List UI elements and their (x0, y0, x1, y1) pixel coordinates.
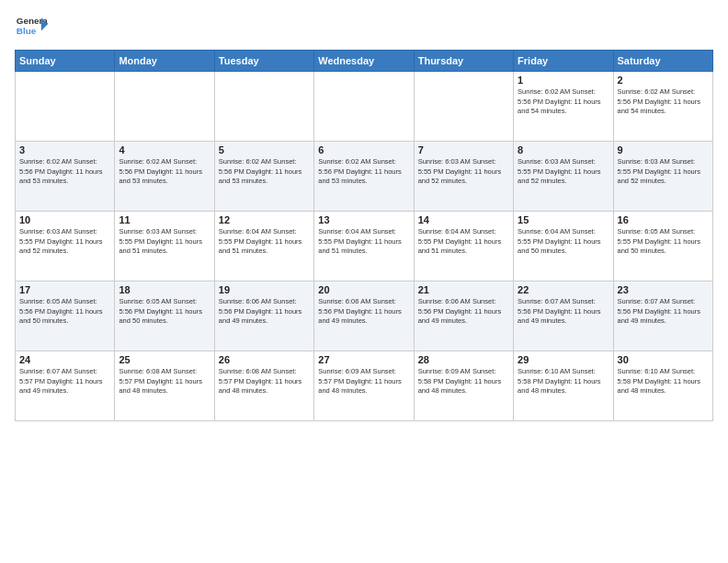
calendar-cell: 30Sunrise: 6:10 AM Sunset: 5:58 PM Dayli… (613, 351, 712, 421)
calendar-cell: 8Sunrise: 6:03 AM Sunset: 5:55 PM Daylig… (514, 142, 613, 212)
day-number: 9 (618, 144, 709, 155)
day-number: 4 (119, 144, 210, 155)
svg-text:Blue: Blue (17, 26, 37, 36)
calendar-cell: 15Sunrise: 6:04 AM Sunset: 5:55 PM Dayli… (514, 212, 613, 282)
calendar-cell: 21Sunrise: 6:06 AM Sunset: 5:56 PM Dayli… (414, 282, 513, 351)
day-info: Sunrise: 6:04 AM Sunset: 5:55 PM Dayligh… (418, 227, 509, 257)
day-number: 1 (518, 75, 609, 86)
calendar-cell: 27Sunrise: 6:09 AM Sunset: 5:57 PM Dayli… (314, 351, 414, 421)
day-info: Sunrise: 6:09 AM Sunset: 5:57 PM Dayligh… (318, 367, 409, 396)
calendar-cell: 25Sunrise: 6:08 AM Sunset: 5:57 PM Dayli… (115, 351, 214, 421)
day-number: 8 (518, 144, 609, 155)
day-number: 17 (19, 284, 110, 295)
day-number: 20 (318, 284, 409, 295)
week-row-1: 1Sunrise: 6:02 AM Sunset: 5:56 PM Daylig… (16, 72, 713, 142)
day-number: 16 (618, 214, 709, 225)
day-info: Sunrise: 6:07 AM Sunset: 5:56 PM Dayligh… (618, 297, 709, 327)
calendar-cell: 19Sunrise: 6:06 AM Sunset: 5:56 PM Dayli… (214, 282, 313, 351)
day-info: Sunrise: 6:06 AM Sunset: 5:56 PM Dayligh… (219, 297, 310, 327)
calendar-cell: 20Sunrise: 6:06 AM Sunset: 5:56 PM Dayli… (314, 282, 414, 351)
calendar-cell: 22Sunrise: 6:07 AM Sunset: 5:56 PM Dayli… (514, 282, 613, 351)
day-number: 27 (318, 354, 409, 365)
day-number: 15 (518, 214, 609, 225)
day-number: 14 (418, 214, 509, 225)
day-number: 21 (418, 284, 509, 295)
weekday-header-monday: Monday (115, 51, 214, 72)
day-number: 22 (518, 284, 609, 295)
day-info: Sunrise: 6:06 AM Sunset: 5:56 PM Dayligh… (318, 297, 409, 327)
day-info: Sunrise: 6:08 AM Sunset: 5:57 PM Dayligh… (119, 367, 210, 396)
day-info: Sunrise: 6:07 AM Sunset: 5:57 PM Dayligh… (19, 367, 110, 396)
calendar-cell (115, 72, 214, 142)
day-info: Sunrise: 6:03 AM Sunset: 5:55 PM Dayligh… (418, 157, 509, 187)
day-info: Sunrise: 6:03 AM Sunset: 5:55 PM Dayligh… (618, 157, 709, 187)
day-number: 2 (618, 75, 709, 86)
calendar-cell (16, 72, 115, 142)
day-number: 7 (418, 144, 509, 155)
day-number: 23 (618, 284, 709, 295)
day-info: Sunrise: 6:10 AM Sunset: 5:58 PM Dayligh… (618, 367, 709, 396)
calendar-cell: 1Sunrise: 6:02 AM Sunset: 5:56 PM Daylig… (514, 72, 613, 142)
day-number: 24 (19, 354, 110, 365)
calendar-cell: 6Sunrise: 6:02 AM Sunset: 5:56 PM Daylig… (314, 142, 414, 212)
day-info: Sunrise: 6:05 AM Sunset: 5:56 PM Dayligh… (119, 297, 210, 327)
weekday-header-sunday: Sunday (16, 51, 115, 72)
day-info: Sunrise: 6:10 AM Sunset: 5:58 PM Dayligh… (518, 367, 609, 396)
calendar-cell (214, 72, 313, 142)
calendar-table: SundayMondayTuesdayWednesdayThursdayFrid… (15, 50, 713, 421)
day-number: 19 (219, 284, 310, 295)
day-info: Sunrise: 6:04 AM Sunset: 5:55 PM Dayligh… (518, 227, 609, 257)
calendar-cell: 17Sunrise: 6:05 AM Sunset: 5:56 PM Dayli… (16, 282, 115, 351)
calendar-cell: 18Sunrise: 6:05 AM Sunset: 5:56 PM Dayli… (115, 282, 214, 351)
day-info: Sunrise: 6:02 AM Sunset: 5:56 PM Dayligh… (618, 87, 709, 117)
weekday-header-thursday: Thursday (414, 51, 513, 72)
logo-icon: General Blue (15, 9, 48, 42)
calendar-cell (414, 72, 513, 142)
calendar-cell: 12Sunrise: 6:04 AM Sunset: 5:55 PM Dayli… (214, 212, 313, 282)
logo: General Blue (15, 9, 48, 42)
day-info: Sunrise: 6:04 AM Sunset: 5:55 PM Dayligh… (318, 227, 409, 257)
day-number: 10 (19, 214, 110, 225)
calendar-cell (314, 72, 414, 142)
calendar-cell: 29Sunrise: 6:10 AM Sunset: 5:58 PM Dayli… (514, 351, 613, 421)
day-number: 11 (119, 214, 210, 225)
week-row-5: 24Sunrise: 6:07 AM Sunset: 5:57 PM Dayli… (16, 351, 713, 421)
calendar-cell: 16Sunrise: 6:05 AM Sunset: 5:55 PM Dayli… (613, 212, 712, 282)
calendar-cell: 9Sunrise: 6:03 AM Sunset: 5:55 PM Daylig… (613, 142, 712, 212)
day-info: Sunrise: 6:03 AM Sunset: 5:55 PM Dayligh… (19, 227, 110, 257)
day-info: Sunrise: 6:08 AM Sunset: 5:57 PM Dayligh… (219, 367, 310, 396)
day-info: Sunrise: 6:02 AM Sunset: 5:56 PM Dayligh… (119, 157, 210, 187)
calendar-cell: 5Sunrise: 6:02 AM Sunset: 5:56 PM Daylig… (214, 142, 313, 212)
weekday-header-saturday: Saturday (613, 51, 712, 72)
day-number: 18 (119, 284, 210, 295)
day-number: 6 (318, 144, 409, 155)
weekday-header-wednesday: Wednesday (314, 51, 414, 72)
calendar-cell: 24Sunrise: 6:07 AM Sunset: 5:57 PM Dayli… (16, 351, 115, 421)
day-number: 29 (518, 354, 609, 365)
calendar-cell: 2Sunrise: 6:02 AM Sunset: 5:56 PM Daylig… (613, 72, 712, 142)
calendar-cell: 11Sunrise: 6:03 AM Sunset: 5:55 PM Dayli… (115, 212, 214, 282)
day-info: Sunrise: 6:03 AM Sunset: 5:55 PM Dayligh… (119, 227, 210, 257)
calendar-cell: 10Sunrise: 6:03 AM Sunset: 5:55 PM Dayli… (16, 212, 115, 282)
day-info: Sunrise: 6:05 AM Sunset: 5:55 PM Dayligh… (618, 227, 709, 257)
day-number: 26 (219, 354, 310, 365)
day-info: Sunrise: 6:06 AM Sunset: 5:56 PM Dayligh… (418, 297, 509, 327)
day-number: 12 (219, 214, 310, 225)
day-info: Sunrise: 6:03 AM Sunset: 5:55 PM Dayligh… (518, 157, 609, 187)
day-number: 30 (618, 354, 709, 365)
day-number: 28 (418, 354, 509, 365)
day-info: Sunrise: 6:09 AM Sunset: 5:58 PM Dayligh… (418, 367, 509, 396)
calendar-cell: 7Sunrise: 6:03 AM Sunset: 5:55 PM Daylig… (414, 142, 513, 212)
week-row-3: 10Sunrise: 6:03 AM Sunset: 5:55 PM Dayli… (16, 212, 713, 282)
calendar-cell: 26Sunrise: 6:08 AM Sunset: 5:57 PM Dayli… (214, 351, 313, 421)
day-info: Sunrise: 6:02 AM Sunset: 5:56 PM Dayligh… (518, 87, 609, 117)
day-info: Sunrise: 6:04 AM Sunset: 5:55 PM Dayligh… (219, 227, 310, 257)
day-number: 25 (119, 354, 210, 365)
day-info: Sunrise: 6:07 AM Sunset: 5:56 PM Dayligh… (518, 297, 609, 327)
header: General Blue (15, 9, 713, 42)
calendar-cell: 14Sunrise: 6:04 AM Sunset: 5:55 PM Dayli… (414, 212, 513, 282)
day-info: Sunrise: 6:02 AM Sunset: 5:56 PM Dayligh… (19, 157, 110, 187)
weekday-header-friday: Friday (514, 51, 613, 72)
calendar-cell: 23Sunrise: 6:07 AM Sunset: 5:56 PM Dayli… (613, 282, 712, 351)
calendar-cell: 3Sunrise: 6:02 AM Sunset: 5:56 PM Daylig… (16, 142, 115, 212)
